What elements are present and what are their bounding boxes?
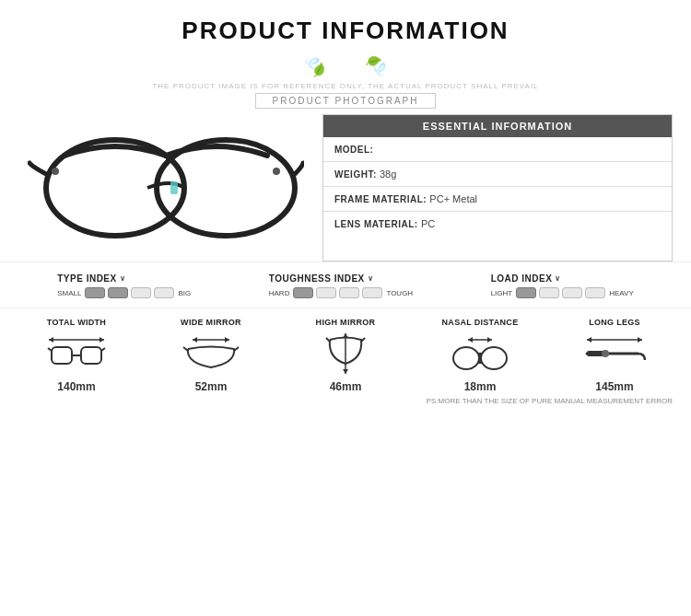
total-width-group: TOTAL WIDTH 140mm <box>9 318 144 393</box>
svg-point-27 <box>481 347 507 369</box>
wide-mirror-value: 52mm <box>195 380 228 393</box>
product-photo-label: PRODUCT PHOTOGRAPH <box>255 93 437 109</box>
header-section: PRODUCT INFORMATION <box>0 0 691 52</box>
type-bar-2 <box>108 287 128 298</box>
type-index-group: TYPE INDEX ∨ SMALL BIG <box>57 273 191 298</box>
decorative-leaves-top: 🍃 🍃 <box>0 54 691 78</box>
load-bar-1 <box>516 287 536 298</box>
measurements-section: TOTAL WIDTH 140mm WIDE MIRROR <box>0 308 691 395</box>
toughness-index-bar-row: HARD TOUGH <box>269 287 413 298</box>
load-bar-4 <box>585 287 605 298</box>
svg-rect-4 <box>170 181 178 194</box>
toughness-bar-2 <box>316 287 336 298</box>
load-index-bar-row: LIGHT HEAVY <box>491 287 634 298</box>
wide-mirror-group: WIDE MIRROR 52mm <box>144 318 278 393</box>
svg-marker-15 <box>225 337 229 343</box>
page-title: PRODUCT INFORMATION <box>0 17 691 45</box>
load-bar-2 <box>539 287 559 298</box>
index-section: TYPE INDEX ∨ SMALL BIG TOUGHNESS INDEX ∨ <box>0 262 691 304</box>
load-bar-3 <box>562 287 582 298</box>
toughness-hard-label: HARD <box>269 289 290 297</box>
load-index-bar <box>516 287 605 298</box>
long-legs-label: LONG LEGS <box>589 318 640 327</box>
lens-value: PC <box>421 218 435 229</box>
type-index-bar-row: SMALL BIG <box>57 287 191 298</box>
svg-line-11 <box>48 348 52 351</box>
weight-label: WEIGHT: <box>334 169 380 180</box>
nasal-distance-icon <box>448 331 512 377</box>
svg-line-21 <box>361 338 365 342</box>
load-index-title: LOAD INDEX ∨ <box>491 273 561 284</box>
glasses-area <box>18 114 313 262</box>
info-panel: ESSENTIAL INFORMATION MODEL: WEIGHT: 38g… <box>322 114 673 262</box>
svg-point-2 <box>52 168 59 175</box>
high-mirror-icon <box>313 331 378 377</box>
load-index-chevron: ∨ <box>555 274 561 283</box>
svg-marker-32 <box>638 337 642 343</box>
wide-mirror-label: WIDE MIRROR <box>181 318 241 327</box>
type-big-label: BIG <box>178 289 191 297</box>
frame-label: FRAME MATERIAL: <box>334 194 429 204</box>
toughness-tough-label: TOUGH <box>386 289 413 297</box>
long-legs-group: LONG LEGS 145mm <box>547 318 682 393</box>
svg-point-26 <box>453 347 479 369</box>
svg-marker-25 <box>487 337 492 343</box>
ps-note: PS:MORE THAN THE SIZE OF PURE MANUAL MEA… <box>0 397 691 405</box>
toughness-index-title: TOUGHNESS INDEX ∨ <box>269 273 374 284</box>
info-row-lens: LENS MATERIAL: PC <box>323 212 672 236</box>
page: PRODUCT INFORMATION 🍃 🍃 THE PRODUCT IMAG… <box>0 0 691 616</box>
info-panel-header: ESSENTIAL INFORMATION <box>323 115 672 137</box>
type-index-title: TYPE INDEX ∨ <box>57 273 125 284</box>
product-photo-area: THE PRODUCT IMAGE IS FOR REFERENCE ONLY,… <box>0 82 691 110</box>
svg-line-22 <box>326 338 330 342</box>
type-index-chevron: ∨ <box>120 274 126 283</box>
weight-value: 38g <box>380 169 396 180</box>
wide-mirror-icon <box>179 331 243 377</box>
model-label: MODEL: <box>334 145 373 155</box>
leaf-icon-left: 🍃 <box>298 49 332 83</box>
nasal-distance-group: NASAL DISTANCE 18mm <box>413 318 547 393</box>
svg-rect-9 <box>81 347 101 364</box>
leaf-icon-right: 🍃 <box>359 49 393 83</box>
toughness-bar-4 <box>362 287 382 298</box>
high-mirror-group: HIGH MIRROR 46mm <box>278 318 413 393</box>
info-row-model: MODEL: <box>323 137 672 162</box>
svg-marker-31 <box>587 337 591 343</box>
type-small-label: SMALL <box>57 289 81 297</box>
toughness-index-chevron: ∨ <box>368 274 374 283</box>
info-row-weight: WEIGHT: 38g <box>323 162 672 187</box>
toughness-bar-1 <box>293 287 313 298</box>
frame-value: PC+ Metal <box>429 193 477 204</box>
info-row-frame: FRAME MATERIAL: PC+ Metal <box>323 187 672 212</box>
type-index-bar <box>85 287 174 298</box>
load-light-label: LIGHT <box>491 289 513 297</box>
type-bar-4 <box>154 287 174 298</box>
total-width-value: 140mm <box>57 380 95 393</box>
lens-label: LENS MATERIAL: <box>334 219 421 229</box>
toughness-index-bar <box>293 287 382 298</box>
svg-marker-6 <box>49 337 53 343</box>
glasses-image <box>28 123 304 252</box>
type-bar-1 <box>85 287 105 298</box>
total-width-icon <box>44 331 109 377</box>
load-index-group: LOAD INDEX ∨ LIGHT HEAVY <box>491 273 634 298</box>
toughness-bar-3 <box>339 287 359 298</box>
svg-point-35 <box>602 350 609 357</box>
svg-marker-7 <box>100 337 104 343</box>
high-mirror-value: 46mm <box>330 380 362 393</box>
svg-point-3 <box>273 168 280 175</box>
type-bar-3 <box>131 287 151 298</box>
svg-rect-8 <box>52 347 72 364</box>
long-legs-value: 145mm <box>595 380 633 393</box>
svg-marker-14 <box>193 337 197 343</box>
svg-marker-20 <box>343 369 348 374</box>
load-heavy-label: HEAVY <box>609 289 634 297</box>
nasal-distance-value: 18mm <box>464 380 497 393</box>
product-photo-subtext: THE PRODUCT IMAGE IS FOR REFERENCE ONLY,… <box>0 82 691 90</box>
svg-marker-24 <box>468 337 473 343</box>
high-mirror-label: HIGH MIRROR <box>316 318 376 327</box>
long-legs-icon <box>582 331 647 377</box>
svg-line-12 <box>101 348 105 351</box>
main-content-row: ESSENTIAL INFORMATION MODEL: WEIGHT: 38g… <box>0 114 691 262</box>
total-width-label: TOTAL WIDTH <box>47 318 106 327</box>
